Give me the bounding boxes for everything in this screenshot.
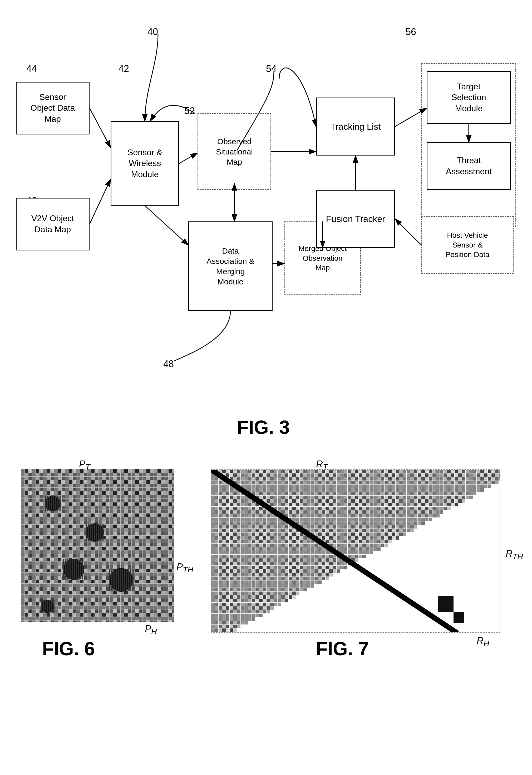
page: 40 42 44 46 48 50 52 54 56 SensorObject … [0, 0, 532, 775]
sensor-object-data-map-box: SensorObject DataMap [16, 82, 90, 134]
svg-line-3 [90, 179, 111, 224]
svg-line-2 [90, 108, 111, 147]
sensor-wireless-module-box: Sensor &WirelessModule [111, 121, 179, 206]
fig6-ph-label: PH [145, 624, 157, 636]
fig6-grid-image [21, 469, 174, 622]
fig3-caption: FIG. 3 [184, 416, 342, 438]
svg-line-5 [145, 206, 188, 245]
label-52: 52 [184, 105, 195, 116]
fig7-rth-label: RTH [506, 548, 523, 561]
observed-situational-map-box: ObservedSituationalMap [198, 113, 271, 190]
target-selection-module-box: TargetSelectionModule [427, 71, 511, 124]
fig6-pth-label: PTH [176, 561, 193, 574]
fig3-area: 40 42 44 46 48 50 52 54 56 SensorObject … [0, 11, 532, 432]
host-vehicle-sensor-box: Host VehicleSensor &Position Data [421, 216, 514, 274]
fig7-rt-label: RT [316, 459, 328, 471]
label-40: 40 [147, 26, 158, 37]
fig7-rh-label: RH [477, 635, 489, 648]
fig67-area: PT PH PTH FIG. 6 RT RH RTH FIG. 7 [0, 448, 532, 764]
tracking-list-box: Tracking List [316, 97, 395, 155]
v2v-object-data-map-box: V2V ObjectData Map [16, 198, 90, 251]
label-42: 42 [119, 63, 129, 74]
fig7-caption: FIG. 7 [316, 638, 369, 660]
fig6-caption: FIG. 6 [42, 638, 95, 660]
label-48: 48 [163, 359, 174, 370]
fusion-tracker-box: Fusion Tracker [316, 190, 395, 248]
fig7-outer-box [211, 469, 500, 633]
label-44: 44 [26, 63, 37, 74]
threat-assessment-box: ThreatAssessment [427, 142, 511, 190]
data-association-merging-box: DataAssociation &MergingModule [188, 222, 273, 311]
fig6-pt-label: PT [79, 459, 90, 471]
svg-line-4 [179, 153, 198, 163]
